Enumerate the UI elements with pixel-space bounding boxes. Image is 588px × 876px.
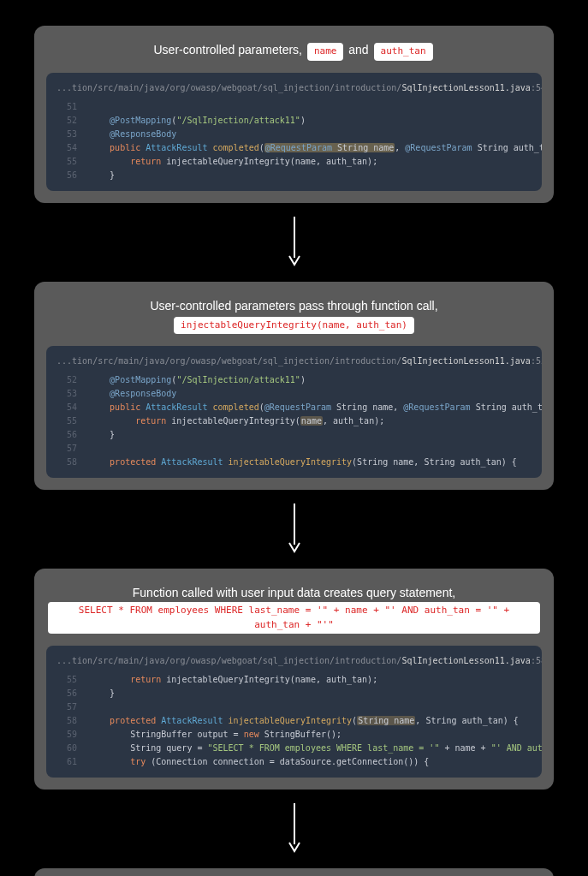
line-number: 54: [56, 401, 77, 414]
code-line: 55 return injectableQueryIntegrity(name,…: [46, 414, 542, 428]
flow-step: Query statement is executed with warning…: [34, 868, 554, 876]
step-title-text: Function called with user input data cre…: [133, 586, 455, 599]
file-path: ...tion/src/main/java/org/owasp/webgoat/…: [46, 654, 542, 673]
line-number: 61: [56, 755, 77, 769]
line-number: 53: [56, 387, 77, 401]
step-title-text: User-controlled parameters,: [153, 43, 305, 57]
file-path: ...tion/src/main/java/org/owasp/webgoat/…: [46, 355, 542, 373]
code-line: 56 }: [46, 687, 542, 700]
line-number: 58: [56, 456, 77, 469]
line-number: 55: [56, 673, 77, 687]
code-block: ...tion/src/main/java/org/owasp/webgoat/…: [46, 646, 542, 778]
line-number: 57: [56, 442, 77, 456]
code-line: 52 @PostMapping("/SqlInjection/attack11"…: [46, 114, 542, 128]
code-line: 54 public AttackResult completed(@Reques…: [46, 401, 542, 414]
step-title: User-controlled parameters, name and aut…: [46, 41, 542, 61]
code-pill: name: [307, 43, 344, 61]
flow-step: Function called with user input data cre…: [34, 569, 554, 790]
line-number: 59: [56, 728, 77, 742]
code-line: 56 }: [46, 169, 542, 182]
code-line: 58 protected AttackResult injectableQuer…: [46, 714, 542, 728]
code-line: 59 StringBuffer output = new StringBuffe…: [46, 728, 542, 742]
code-line: 61 try (Connection connection = dataSour…: [46, 755, 542, 769]
line-number: 58: [56, 714, 77, 728]
line-number: 52: [56, 373, 77, 387]
flow-step: User-controlled parameters pass through …: [34, 282, 554, 491]
line-number: 51: [56, 100, 77, 114]
code-line: 55 return injectableQueryIntegrity(name,…: [46, 673, 542, 687]
line-number: 55: [56, 155, 77, 169]
flow-arrow: [34, 490, 554, 569]
code-line: 57: [46, 700, 542, 714]
line-number: 55: [56, 414, 77, 428]
line-number: 57: [56, 700, 77, 714]
flow-arrow: [34, 790, 554, 868]
code-pill: SELECT * FROM employees WHERE last_name …: [48, 602, 540, 634]
line-number: 60: [56, 742, 77, 755]
code-block: ...tion/src/main/java/org/owasp/webgoat/…: [46, 73, 542, 191]
code-line: 55 return injectableQueryIntegrity(name,…: [46, 155, 542, 169]
code-line: 51: [46, 100, 542, 114]
file-path: ...tion/src/main/java/org/owasp/webgoat/…: [46, 81, 542, 100]
code-line: 56 }: [46, 428, 542, 442]
step-title: User-controlled parameters pass through …: [46, 297, 542, 335]
code-line: 54 public AttackResult completed(@Reques…: [46, 141, 542, 155]
step-title-text: User-controlled parameters pass through …: [150, 299, 437, 313]
line-number: 54: [56, 141, 77, 155]
code-line: 53 @ResponseBody: [46, 387, 542, 401]
code-block: ...tion/src/main/java/org/owasp/webgoat/…: [46, 346, 542, 478]
line-number: 56: [56, 428, 77, 442]
flow-step: User-controlled parameters, name and aut…: [34, 26, 554, 203]
line-number: 56: [56, 687, 77, 700]
line-number: 53: [56, 128, 77, 141]
flow-arrow: [34, 203, 554, 282]
code-line: 57: [46, 442, 542, 456]
code-line: 53 @ResponseBody: [46, 128, 542, 141]
code-pill: injectableQueryIntegrity(name, auth_tan): [174, 317, 414, 335]
line-number: 52: [56, 114, 77, 128]
code-line: 58 protected AttackResult injectableQuer…: [46, 456, 542, 469]
line-number: 56: [56, 169, 77, 182]
step-title: Function called with user input data cre…: [46, 584, 542, 634]
code-line: 60 String query = "SELECT * FROM employe…: [46, 742, 542, 755]
code-line: 52 @PostMapping("/SqlInjection/attack11"…: [46, 373, 542, 387]
code-pill: auth_tan: [374, 43, 433, 61]
